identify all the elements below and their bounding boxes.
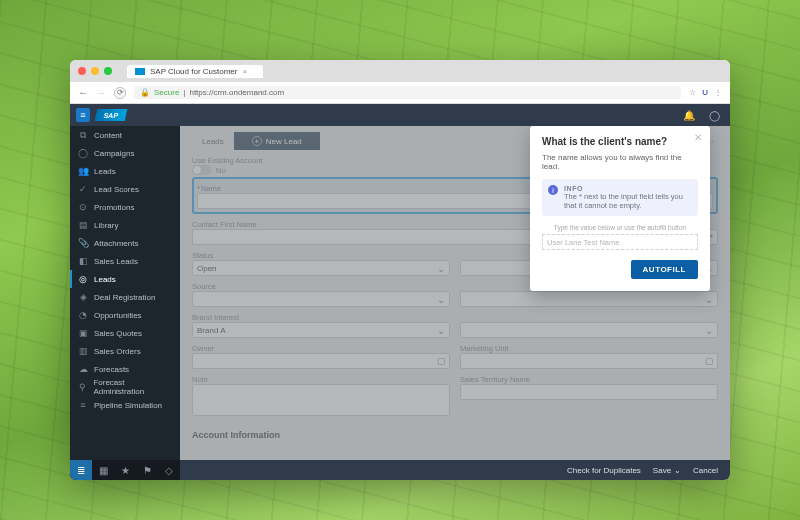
input-marketing-unit[interactable]: ▢ [460,353,718,369]
save-button[interactable]: Save ⌄ [653,466,681,475]
sidebar-item-label: Forecast Administration [93,378,172,396]
sidebar: ⧉Content◯Campaigns👥Leads✓Lead Scores⊙Pro… [70,126,180,480]
reload-icon[interactable]: ⟳ [114,87,126,99]
sidebar-item-label: Attachments [94,239,138,248]
sidebar-item-forecasts[interactable]: ☁Forecasts [70,360,180,378]
info-icon: i [548,185,558,195]
opportunities-icon: ◔ [78,310,88,320]
content-icon: ⧉ [78,130,88,141]
footer-star-icon[interactable]: ★ [114,460,136,480]
nav-forward-icon[interactable]: → [96,87,106,98]
sidebar-item-promotions[interactable]: ⊙Promotions [70,198,180,216]
sidebar-item-sales-leads[interactable]: ◧Sales Leads [70,252,180,270]
label-status: Status [192,251,450,260]
select-status[interactable]: Open [192,260,450,276]
browser-tab[interactable]: SAP Cloud for Customer × [127,65,263,78]
star-icon[interactable]: ☆ [689,88,696,97]
input-sales-territory[interactable] [460,384,718,400]
sidebar-item-label: Pipeline Simulation [94,401,162,410]
select-source-right[interactable] [460,291,718,307]
minimize-window-icon[interactable] [91,67,99,75]
user-profile-icon[interactable]: ◯ [709,110,720,121]
sidebar-item-leads[interactable]: ◎Leads [70,270,180,288]
sidebar-item-opportunities[interactable]: ◔Opportunities [70,306,180,324]
sidebar-item-lead-scores[interactable]: ✓Lead Scores [70,180,180,198]
select-brand-interest-right[interactable] [460,322,718,338]
library-icon: ▤ [78,220,88,230]
label-source: Source [192,282,450,291]
footer-nav-icon[interactable]: ◇ [158,460,180,480]
sap-logo-icon: SAP [95,109,128,121]
plus-icon: + [252,136,262,146]
app-header: ≡ SAP 🔔 ◯ [70,104,730,126]
lead-scores-icon: ✓ [78,184,88,194]
close-window-icon[interactable] [78,67,86,75]
notifications-icon[interactable]: 🔔 [683,110,695,121]
sidebar-item-label: Campaigns [94,149,134,158]
sidebar-item-forecast-administration[interactable]: ⚲Forecast Administration [70,378,180,396]
label-sales-territory: Sales Territory Name [460,375,718,384]
maximize-window-icon[interactable] [104,67,112,75]
popover-autofill-input[interactable]: User Lane Test Name [542,234,698,250]
label-brand-interest: Brand Interest [192,313,450,322]
sidebar-item-library[interactable]: ▤Library [70,216,180,234]
section-account-info: Account Information [192,430,718,440]
valuehelp-icon[interactable]: ▢ [437,356,446,366]
extension-icon[interactable]: U [702,88,708,97]
workspace: Leads + New Lead ⋯ Use Existing Account … [180,126,730,480]
sidebar-item-sales-quotes[interactable]: ▣Sales Quotes [70,324,180,342]
titlebar: SAP Cloud for Customer × [70,60,730,82]
popover-close-icon[interactable]: ✕ [694,132,702,143]
url-field[interactable]: 🔒 Secure | https://crm.ondemand.com [134,86,681,99]
sidebar-item-content[interactable]: ⧉Content [70,126,180,144]
sales-leads-icon: ◧ [78,256,88,266]
label-owner: Owner [192,344,450,353]
select-source[interactable] [192,291,450,307]
forecasts-icon: ☁ [78,364,88,374]
sidebar-item-label: Sales Quotes [94,329,142,338]
toggle-use-existing[interactable]: No [192,165,226,175]
popover-infobox: i INFO The * next to the input field tel… [542,179,698,216]
bottom-action-bar: Check for Duplicates Save ⌄ Cancel [180,460,730,480]
sidebar-item-deal-registration[interactable]: ◈Deal Registration [70,288,180,306]
cancel-button[interactable]: Cancel [693,466,718,475]
pipeline-simulation-icon: ≡ [78,400,88,410]
label-note: Note [192,375,450,384]
select-brand-interest[interactable]: Brand A [192,322,450,338]
footer-list-icon[interactable]: ≣ [70,460,92,480]
sales-quotes-icon: ▣ [78,328,88,338]
favicon-icon [135,68,145,75]
sidebar-item-label: Leads [94,275,116,284]
campaigns-icon: ◯ [78,148,88,158]
tab-close-icon[interactable]: × [242,67,247,76]
popover-info-label: INFO [564,185,690,192]
sidebar-item-sales-orders[interactable]: ▥Sales Orders [70,342,180,360]
sidebar-item-label: Content [94,131,122,140]
footer-grid-icon[interactable]: ▦ [92,460,114,480]
menu-icon[interactable]: ⋮ [714,88,722,97]
nav-back-icon[interactable]: ← [78,87,88,98]
check-duplicates-link[interactable]: Check for Duplicates [567,466,641,475]
lock-icon: 🔒 [140,88,150,97]
breadcrumb-parent[interactable]: Leads [192,137,234,146]
toggle-use-existing-value: No [216,166,226,175]
chevron-down-icon: ⌄ [674,466,681,475]
sidebar-item-campaigns[interactable]: ◯Campaigns [70,144,180,162]
sidebar-item-label: Library [94,221,118,230]
guide-popover: ✕ What is the client's name? The name al… [530,126,710,291]
select-brand-interest-value: Brand A [197,326,225,335]
popover-title: What is the client's name? [542,136,698,147]
popover-subtitle: The name allows you to always find the l… [542,153,698,171]
url-text: https://crm.ondemand.com [189,88,284,97]
input-note[interactable] [192,384,450,416]
tab-new-lead[interactable]: + New Lead [234,132,320,150]
hamburger-menu-icon[interactable]: ≡ [76,108,90,122]
valuehelp-icon[interactable]: ▢ [705,356,714,366]
autofill-button[interactable]: AUTOFILL [631,260,698,279]
sidebar-item-attachments[interactable]: 📎Attachments [70,234,180,252]
sidebar-item-pipeline-simulation[interactable]: ≡Pipeline Simulation [70,396,180,414]
promotions-icon: ⊙ [78,202,88,212]
input-owner[interactable]: ▢ [192,353,450,369]
sidebar-item-leads[interactable]: 👥Leads [70,162,180,180]
footer-flag-icon[interactable]: ⚑ [136,460,158,480]
